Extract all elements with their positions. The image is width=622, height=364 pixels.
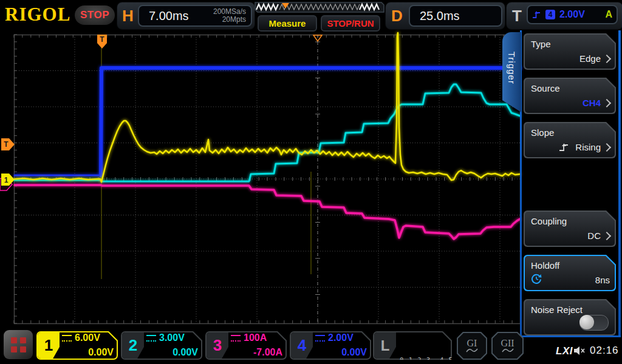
trace-CH1 xyxy=(15,33,520,182)
menu-item-holdoff[interactable]: Holdoff 8ns xyxy=(524,255,616,291)
generator2-label: GII xyxy=(501,339,514,348)
run-state-badge: STOP xyxy=(75,5,115,25)
clock: 02:16 xyxy=(590,345,619,357)
menu-item-slope[interactable]: Slope Rising xyxy=(524,122,616,158)
trigger-sweep-mode: A xyxy=(605,9,612,20)
channel2-offset-value: 0.00V xyxy=(146,347,198,358)
channel4-status-box[interactable]: 4 2.00V 0.00V xyxy=(290,331,371,360)
logic-analyzer-box[interactable]: L 0 1 2 3 4 5 6 7 8 9 1011 12131415 xyxy=(373,331,452,360)
chevron-right-icon xyxy=(603,98,611,107)
measure-button[interactable]: Measure xyxy=(258,15,317,32)
trace-CH3 xyxy=(15,185,520,239)
trace-CH4 xyxy=(101,68,520,175)
knob-icon xyxy=(531,274,543,285)
sine-icon xyxy=(502,348,514,353)
channel1-status-box[interactable]: 1 6.00V 0.00V xyxy=(36,331,118,360)
channel1-scale: 6.00V xyxy=(75,332,100,343)
generator2-box[interactable]: GII xyxy=(491,332,524,360)
screen-right-border xyxy=(618,30,621,337)
speaker-muted-icon xyxy=(573,346,587,356)
toggle-knob xyxy=(579,315,594,329)
menu-label-holdoff: Holdoff xyxy=(531,260,559,271)
waveform-overview-bar[interactable] xyxy=(251,2,385,13)
channel3-offset-value: -7.00A xyxy=(231,347,282,358)
menu-value-coupling: DC xyxy=(587,231,601,241)
brand-logo: RIGOL xyxy=(5,4,70,25)
dc-coupling-icon xyxy=(315,335,325,342)
delay-position-marker xyxy=(313,35,322,41)
menu-value-source: CH4 xyxy=(583,98,601,108)
chevron-right-icon xyxy=(603,143,611,151)
channel3-status-box[interactable]: 3 100A -7.00A xyxy=(205,331,287,360)
channel2-scale: 3.00V xyxy=(159,332,185,343)
menu-item-source[interactable]: Source CH4 xyxy=(524,78,616,114)
stop-run-button[interactable]: STOP/RUN xyxy=(321,15,380,32)
trigger-level-marker[interactable] xyxy=(1,138,15,150)
rising-edge-icon xyxy=(532,10,541,19)
trigger-position-marker[interactable] xyxy=(97,35,107,49)
generator1-label: GI xyxy=(467,339,477,348)
chevron-right-icon xyxy=(603,54,611,62)
menu-label-source: Source xyxy=(531,83,560,93)
rising-edge-icon xyxy=(559,143,569,152)
channel2-status-box[interactable]: 2 3.00V 0.00V xyxy=(121,331,202,360)
dc-coupling-icon xyxy=(146,335,156,342)
channel1-offset-label: 1 xyxy=(4,176,9,184)
horizontal-label: H xyxy=(122,7,134,25)
trigger-source-badge: 4 xyxy=(545,10,555,19)
menu-label-slope: Slope xyxy=(531,127,554,138)
menu-label-coupling: Coupling xyxy=(531,216,567,226)
dc-coupling-icon xyxy=(231,335,241,342)
menu-item-noise-reject[interactable]: Noise Reject xyxy=(524,299,616,335)
delay-group: D 25.0ms xyxy=(385,2,505,30)
chevron-right-icon xyxy=(603,231,611,240)
trigger-position-label: T xyxy=(100,35,104,44)
menu-value-type: Edge xyxy=(579,53,601,64)
trigger-level-label: T xyxy=(4,140,9,149)
horizontal-group: H 7.00ms 200MSa/s 20Mpts xyxy=(117,2,255,30)
channel1-offset-marker[interactable] xyxy=(1,174,15,186)
menu-item-coupling[interactable]: Coupling DC xyxy=(524,211,616,247)
noise-reject-toggle[interactable] xyxy=(579,315,609,331)
menu-grid-button[interactable] xyxy=(4,330,33,359)
delay-value: 25.0ms xyxy=(410,9,460,23)
generator1-box[interactable]: GI xyxy=(457,332,487,360)
trace-CH2 xyxy=(15,84,520,181)
channel1-offset-value: 0.00V xyxy=(62,347,114,358)
oscilloscope-screen: RIGOL STOP H 7.00ms 200MSa/s 20Mpts Meas… xyxy=(0,0,622,364)
channel4-scale: 2.00V xyxy=(328,332,354,343)
sidebar-bottom-border xyxy=(520,335,621,337)
trigger-menu-tab[interactable]: Trigger xyxy=(502,32,521,112)
menu-label-noise-reject: Noise Reject xyxy=(531,305,583,315)
trigger-level-value: 2.00V xyxy=(559,9,585,20)
dc-coupling-icon xyxy=(62,335,72,342)
delay-label: D xyxy=(391,7,403,25)
memory-depth: 20Mpts xyxy=(213,16,246,24)
channel4-offset-value: 0.00V xyxy=(315,347,367,358)
menu-value-slope: Rising xyxy=(575,142,601,152)
header-bar: RIGOL STOP H 7.00ms 200MSa/s 20Mpts Meas… xyxy=(0,0,622,30)
menu-item-type[interactable]: Type Edge xyxy=(524,33,616,70)
channel3-offset-marker[interactable] xyxy=(0,178,12,190)
sine-icon xyxy=(466,348,478,353)
channel3-scale: 100A xyxy=(244,332,267,343)
menu-value-holdoff: 8ns xyxy=(595,275,610,285)
timebase-box[interactable]: 7.00ms 200MSa/s 20Mpts xyxy=(138,5,252,27)
trigger-group: T 4 2.00V A xyxy=(506,2,622,30)
trigger-status-box[interactable]: 4 2.00V A xyxy=(527,5,618,24)
delay-box[interactable]: 25.0ms xyxy=(409,5,502,27)
grid-icon xyxy=(11,337,26,352)
trigger-label: T xyxy=(512,7,522,25)
lxi-indicator: LXI xyxy=(556,345,573,357)
menu-label-type: Type xyxy=(531,39,551,49)
timebase-value: 7.00ms xyxy=(139,9,189,23)
trigger-menu-tab-label: Trigger xyxy=(507,52,517,93)
